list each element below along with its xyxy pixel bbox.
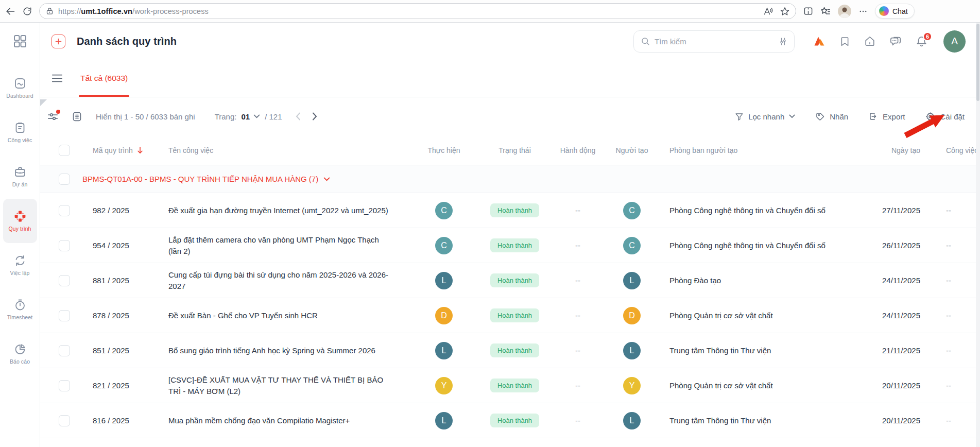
address-bar[interactable]: https://umt.1office.vn/work-process-proc… xyxy=(39,3,796,19)
menu-hamburger-icon[interactable] xyxy=(51,74,63,83)
task-title[interactable]: Cung cấp túi đựng bài thi sử dụng cho nă… xyxy=(168,269,416,292)
task-title[interactable]: Đề xuất Bàn - Ghế cho VP Tuyển sinh HCR xyxy=(168,310,416,321)
assignee-avatar[interactable]: Y xyxy=(435,377,453,394)
page-selector[interactable]: 01 xyxy=(241,112,260,121)
notifications-bell-icon[interactable]: 6 xyxy=(916,36,927,47)
sidebar-item-label: Dự án xyxy=(12,181,28,187)
sidebar-item-bao-cao[interactable]: Báo cáo xyxy=(3,332,37,376)
assignee-avatar[interactable]: D xyxy=(435,307,453,324)
column-header-action[interactable]: Hành động xyxy=(557,146,598,154)
select-all-checkbox[interactable] xyxy=(59,145,70,156)
browser-refresh-icon[interactable] xyxy=(23,7,32,16)
creator-avatar[interactable]: L xyxy=(623,272,641,289)
table-row[interactable]: 851 / 2025 Bổ sung giáo trình tiếng Anh … xyxy=(40,333,980,368)
column-header-work[interactable]: Công việc xyxy=(920,146,980,154)
work-value: -- xyxy=(920,416,980,425)
table-row[interactable]: 982 / 2025 Đề xuất gia hạn đường truyền … xyxy=(40,193,980,228)
table-row[interactable]: 881 / 2025 Cung cấp túi đựng bài thi sử … xyxy=(40,263,980,298)
bookmark-icon[interactable] xyxy=(839,36,850,47)
favorite-star-icon[interactable] xyxy=(780,7,789,16)
brand-logo-icon[interactable] xyxy=(813,35,826,47)
creator-avatar[interactable]: D xyxy=(623,307,641,324)
assignee-avatar[interactable]: C xyxy=(435,202,453,219)
row-checkbox[interactable] xyxy=(59,275,70,286)
sidebar-item-quy-trinh[interactable]: Quy trình xyxy=(3,199,37,243)
group-title[interactable]: BPMS-QT01A-00 - BPMS - QUY TRÌNH TIẾP NH… xyxy=(82,175,980,183)
row-checkbox[interactable] xyxy=(59,240,70,251)
read-aloud-icon[interactable] xyxy=(763,7,773,15)
prev-page-icon[interactable] xyxy=(296,112,301,121)
sidebar-item-cong-viec[interactable]: Công việc xyxy=(3,110,37,154)
creator-avatar[interactable]: C xyxy=(623,237,641,254)
scrollbar-thumb[interactable] xyxy=(976,24,979,101)
browser-profile-avatar[interactable] xyxy=(838,5,851,18)
sidebar-item-du-an[interactable]: Dự án xyxy=(3,154,37,199)
creator-avatar[interactable]: Y xyxy=(623,377,641,394)
column-header-date[interactable]: Ngày tạo xyxy=(866,146,920,154)
copilot-chat-button[interactable]: Chat xyxy=(875,4,915,19)
column-header-title[interactable]: Tên công việc xyxy=(168,146,416,154)
row-checkbox[interactable] xyxy=(59,310,70,321)
list-view-icon[interactable] xyxy=(72,111,82,122)
home-icon[interactable] xyxy=(864,36,875,47)
sidebar-item-viec-lap[interactable]: Việc lặp xyxy=(3,243,37,287)
browser-more-icon[interactable] xyxy=(858,7,868,16)
page-label: Trang: xyxy=(215,112,237,121)
column-header-assignee[interactable]: Thực hiện xyxy=(416,146,472,154)
user-avatar[interactable]: A xyxy=(943,30,966,53)
table-row[interactable]: 954 / 2025 Lắp đặt thêm camera cho văn p… xyxy=(40,228,980,263)
task-title[interactable]: Mua phần mềm chống đạo văn Compilatio Ma… xyxy=(168,415,416,426)
quick-filter-button[interactable]: Lọc nhanh xyxy=(735,112,795,121)
add-process-button[interactable] xyxy=(51,35,65,48)
task-title[interactable]: [CSVC]-ĐỀ XUẤT MUA VẬT TƯ THAY THẾ VÀ TH… xyxy=(168,374,416,397)
assignee-avatar[interactable]: L xyxy=(435,272,453,289)
task-title[interactable]: Bổ sung giáo trình tiếng Anh học kỳ Spri… xyxy=(168,345,416,356)
chat-bubbles-icon[interactable] xyxy=(889,36,902,47)
group-checkbox[interactable] xyxy=(59,174,70,185)
browser-back-icon[interactable] xyxy=(5,6,15,16)
settings-button[interactable]: Cài đặt xyxy=(925,112,965,122)
creator-avatar[interactable]: C xyxy=(623,202,641,219)
column-header-dept[interactable]: Phòng ban người tạo xyxy=(665,146,866,154)
column-header-creator[interactable]: Người tạo xyxy=(598,146,665,154)
row-checkbox[interactable] xyxy=(59,345,70,356)
page-scrollbar[interactable] xyxy=(976,23,980,447)
collections-icon[interactable] xyxy=(820,7,831,16)
assignee-avatar[interactable]: L xyxy=(435,342,453,359)
list-toolbar: Hiển thị 1 - 50 / 6033 bản ghi Trang: 01… xyxy=(40,97,980,135)
sidebar-item-dashboard[interactable]: Dashboard xyxy=(3,66,37,110)
search-box[interactable] xyxy=(633,30,795,53)
creator-department: Phòng Công nghệ thông tin và Chuyển đổi … xyxy=(665,241,866,250)
sidebar-item-label: Timesheet xyxy=(7,314,33,320)
row-checkbox[interactable] xyxy=(59,380,70,391)
row-checkbox[interactable] xyxy=(59,205,70,216)
creator-avatar[interactable]: L xyxy=(623,412,641,429)
labels-button[interactable]: Nhãn xyxy=(816,112,848,121)
row-checkbox[interactable] xyxy=(59,415,70,426)
url-text: https://umt.1office.vn/work-process-proc… xyxy=(58,7,209,15)
creator-avatar[interactable]: L xyxy=(623,342,641,359)
view-settings-icon[interactable] xyxy=(47,112,58,122)
task-title[interactable]: Đề xuất gia hạn đường truyền Internet (u… xyxy=(168,205,416,216)
table-row[interactable]: 821 / 2025 [CSVC]-ĐỀ XUẤT MUA VẬT TƯ THA… xyxy=(40,368,980,403)
assignee-avatar[interactable]: C xyxy=(435,237,453,254)
split-screen-icon[interactable] xyxy=(803,6,813,16)
assignee-avatar[interactable]: L xyxy=(435,412,453,429)
group-header-row[interactable]: BPMS-QT01A-00 - BPMS - QUY TRÌNH TIẾP NH… xyxy=(40,165,980,193)
copilot-icon xyxy=(879,6,889,16)
apps-grid-icon[interactable] xyxy=(13,34,27,48)
table-row[interactable]: 816 / 2025 Mua phần mềm chống đạo văn Co… xyxy=(40,403,980,438)
task-title[interactable]: Lắp đặt thêm camera cho văn phòng UMT Ph… xyxy=(168,234,416,257)
export-button[interactable]: Export xyxy=(869,112,905,121)
search-filter-icon[interactable] xyxy=(779,37,787,46)
browser-toolbar: https://umt.1office.vn/work-process-proc… xyxy=(0,0,980,23)
sidebar-item-timesheet[interactable]: Timesheet xyxy=(3,287,37,332)
sort-desc-icon[interactable] xyxy=(137,147,143,154)
search-input[interactable] xyxy=(655,37,774,46)
sidebar-item-label: Quy trình xyxy=(8,226,31,232)
next-page-icon[interactable] xyxy=(312,112,317,121)
column-header-status[interactable]: Trạng thái xyxy=(472,146,557,154)
table-row[interactable]: 878 / 2025 Đề xuất Bàn - Ghế cho VP Tuyể… xyxy=(40,298,980,333)
column-header-code[interactable]: Mã quy trình xyxy=(82,146,168,154)
tab-all[interactable]: Tất cả (6033) xyxy=(80,60,128,97)
